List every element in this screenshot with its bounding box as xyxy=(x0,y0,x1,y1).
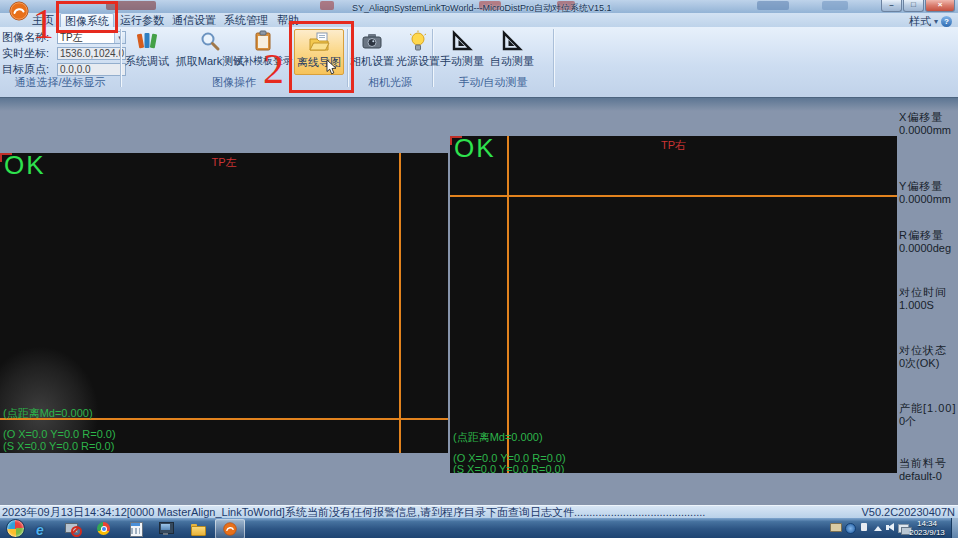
readout-x-offset: X偏移量 0.0000mm xyxy=(899,111,958,137)
aero-glass-artifact xyxy=(320,1,334,10)
grab-mark-icon xyxy=(199,30,221,52)
tab-system-mgmt[interactable]: 系统管理 xyxy=(222,13,270,27)
minimize-button[interactable] xyxy=(881,0,902,12)
group-label-camera-light: 相机光源 xyxy=(348,76,432,89)
readout-r-offset: R偏移量 0.0000deg xyxy=(899,229,958,255)
right-distance-readout: (点距离Md=0.000) xyxy=(453,430,543,445)
annotation-box-offline-map-button xyxy=(289,21,354,93)
maximize-button[interactable] xyxy=(903,0,924,12)
manual-measure-button[interactable]: 手动测量 xyxy=(438,29,486,75)
group-label-channel: 通道选择/坐标显示 xyxy=(0,76,120,89)
target-origin-label: 目标原点: xyxy=(2,62,57,77)
auto-measure-button[interactable]: 自动测量 xyxy=(488,29,536,75)
titlebar: SY_AliagnSystemLinkToWorld---MicroDistPr… xyxy=(0,0,958,14)
tray-security-icon[interactable] xyxy=(845,523,856,534)
start-button-icon[interactable] xyxy=(6,519,25,538)
clock-date: 2023/9/13 xyxy=(908,528,946,537)
taskbar-clock[interactable]: 14:34 2023/9/13 xyxy=(908,519,946,537)
readout-capacity: 产能[1.00] 0个 xyxy=(899,402,958,428)
display-settings-icon[interactable] xyxy=(158,521,174,535)
realtime-coord-label: 实时坐标: xyxy=(2,46,57,61)
calculator-icon[interactable] xyxy=(128,521,144,535)
annotation-step-2: 2 xyxy=(263,49,284,89)
readout-align-status: 对位状态 0次(OK) xyxy=(899,344,958,370)
target-origin-row: 目标原点: 0.0,0.0 xyxy=(2,62,126,76)
camera-icon xyxy=(361,30,383,52)
target-origin-field: 0.0,0.0 xyxy=(57,63,126,76)
show-desktop-button[interactable] xyxy=(951,518,958,538)
help-icon[interactable] xyxy=(941,16,952,27)
aero-glass-artifact xyxy=(822,1,848,10)
taskbar-active-app-button[interactable] xyxy=(215,519,245,538)
light-icon xyxy=(407,30,429,52)
left-s-readout: (S X=0.0 Y=0.0 R=0.0) xyxy=(3,440,114,452)
tray-show-hidden-icons[interactable] xyxy=(874,526,882,531)
tray-briefcase-icon[interactable] xyxy=(830,523,842,532)
group-label-measure: 手动/自动测量 xyxy=(433,76,553,89)
tab-run-params[interactable]: 运行参数 xyxy=(118,13,166,27)
crosshair-vertical-line xyxy=(399,153,401,453)
light-settings-button[interactable]: 光源设置 xyxy=(396,29,440,75)
network-blocked-icon[interactable] xyxy=(64,521,80,535)
left-distance-readout: (点距离Md=0.000) xyxy=(3,406,93,421)
application-window: SY_AliagnSystemLinkToWorld---MicroDistPr… xyxy=(0,0,958,538)
chevron-down-icon xyxy=(934,17,938,26)
menubar: 主页 图像系统 运行参数 通信设置 系统管理 帮助 样式 xyxy=(0,13,958,27)
annotation-box-image-system-tab xyxy=(56,1,118,33)
annotation-step-1: 1 xyxy=(33,4,54,44)
tab-comm-settings[interactable]: 通信设置 xyxy=(170,13,218,27)
left-o-readout: (O X=0.0 Y=0.0 R=0.0) xyxy=(3,428,116,440)
group-separator xyxy=(553,29,554,87)
aero-glass-artifact xyxy=(757,1,789,10)
manual-measure-icon xyxy=(451,30,473,52)
camera-settings-button[interactable]: 相机设置 xyxy=(350,29,394,75)
right-s-readout: (S X=0.0 Y=0.0 R=0.0) xyxy=(453,463,564,473)
realtime-coord-field: 1536.0,1024.0 xyxy=(57,47,126,60)
left-camera-title: TP左 xyxy=(0,155,448,170)
file-explorer-icon[interactable] xyxy=(190,521,206,535)
system-debug-icon xyxy=(136,30,158,52)
right-camera-title: TP右 xyxy=(450,138,897,153)
mouse-cursor-icon xyxy=(326,60,337,79)
internet-explorer-icon[interactable]: e xyxy=(36,521,52,535)
camera-view-left[interactable]: OK TP左 (点距离Md=0.000) (O X=0.0 Y=0.0 R=0.… xyxy=(0,153,448,453)
app-logo-icon xyxy=(223,522,237,536)
readout-align-time: 对位时间 1.000S xyxy=(899,286,958,312)
chrome-icon[interactable] xyxy=(96,521,112,535)
app-logo-icon xyxy=(9,1,29,21)
readout-current-part: 当前料号 default-0 xyxy=(899,457,958,483)
realtime-coord-row: 实时坐标: 1536.0,1024.0 xyxy=(2,46,126,60)
crosshair-horizontal-line xyxy=(450,195,897,197)
ribbon-bottom-band xyxy=(0,97,958,111)
statusbar: 2023年09月13日14:34:12[0000 MasterAlign_Lin… xyxy=(0,505,958,519)
auto-measure-icon xyxy=(501,30,523,52)
close-button[interactable] xyxy=(925,0,955,12)
readout-y-offset: Y偏移量 0.0000mm xyxy=(899,180,958,206)
camera-view-right[interactable]: OK TP右 (点距离Md=0.000) (O X=0.0 Y=0.0 R=0.… xyxy=(450,136,897,473)
crosshair-vertical-line xyxy=(507,136,509,473)
window-controls xyxy=(880,0,955,12)
ribbon: 图像名称: TP左 实时坐标: 1536.0,1024.0 目标原点: 0.0,… xyxy=(0,27,958,97)
system-debug-button[interactable]: 系统调试 xyxy=(122,29,172,75)
clock-time: 14:34 xyxy=(908,519,946,528)
tray-status-icon[interactable] xyxy=(861,523,867,531)
